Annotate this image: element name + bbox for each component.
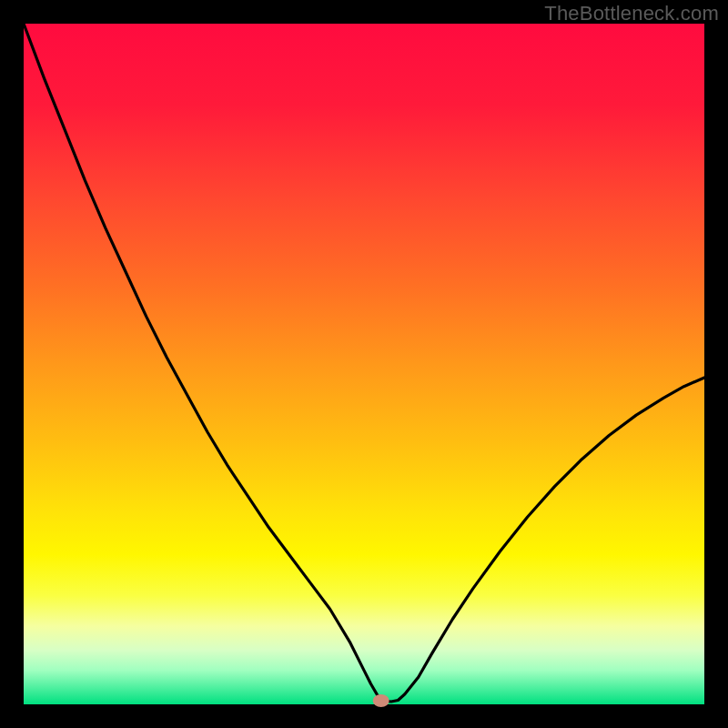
watermark-text: TheBottleneck.com bbox=[544, 2, 719, 25]
plot-background bbox=[24, 24, 704, 704]
bottleneck-chart bbox=[0, 0, 728, 728]
bottleneck-marker bbox=[373, 694, 389, 707]
chart-container: TheBottleneck.com bbox=[0, 0, 728, 728]
